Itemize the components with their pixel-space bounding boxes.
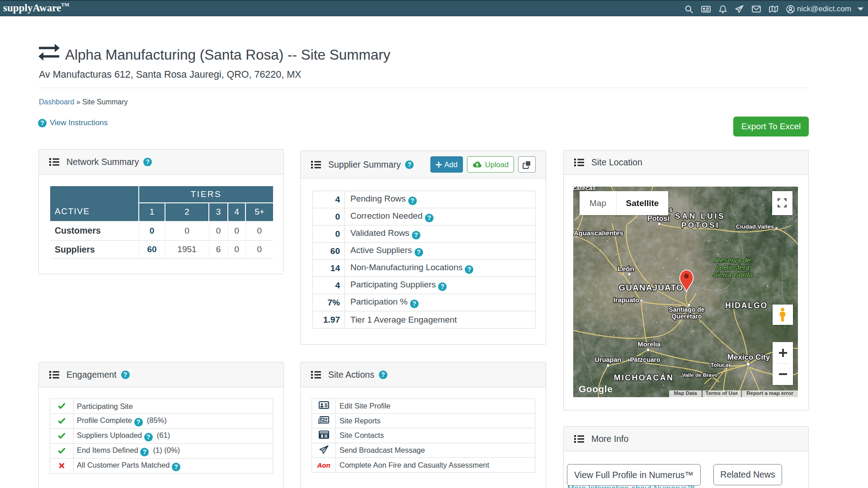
svg-text:Aguascalientes: Aguascalientes — [574, 229, 623, 237]
svg-text:HIDALGO: HIDALGO — [725, 301, 768, 310]
svg-text:Ciudad Valles: Ciudad Valles — [736, 223, 774, 230]
svg-text:Querétaro: Querétaro — [672, 313, 702, 320]
svg-text:Potosí: Potosí — [647, 215, 670, 222]
svg-text:Sierra Gorda: Sierra Gorda — [713, 271, 753, 278]
svg-text:MICHOACÁN: MICHOACÁN — [614, 373, 674, 382]
svg-text:POTOSI: POTOSI — [681, 221, 720, 230]
svg-text:Toluca: Toluca — [711, 362, 729, 368]
svg-text:s: s — [669, 206, 673, 213]
svg-text:Irapuato: Irapuato — [613, 296, 639, 304]
svg-text:la Biosfera: la Biosfera — [716, 263, 750, 271]
svg-text:Uruapan: Uruapan — [595, 356, 622, 363]
svg-text:Reserva de: Reserva de — [715, 256, 751, 264]
svg-text:Pátzcuaro: Pátzcuaro — [630, 356, 660, 363]
svg-text:Mexico City: Mexico City — [727, 353, 770, 361]
svg-text:Santiago de: Santiago de — [669, 306, 705, 313]
svg-text:GUANAJUATO: GUANAJUATO — [618, 283, 683, 292]
svg-text:Morelia: Morelia — [638, 341, 661, 348]
svg-text:SAN LUIS: SAN LUIS — [675, 212, 725, 221]
svg-text:León: León — [618, 265, 634, 272]
svg-text:Valle de Bravo: Valle de Bravo — [682, 372, 718, 378]
